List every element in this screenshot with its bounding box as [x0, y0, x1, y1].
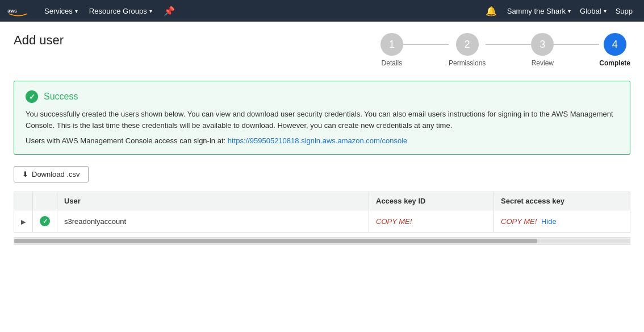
step-3-circle: 3	[531, 33, 554, 56]
user-name-value: s3readonlyaccount	[64, 217, 126, 226]
secret-key-value: COPY ME!	[501, 217, 537, 226]
pin-icon[interactable]: 📌	[158, 0, 181, 22]
row-user-cell: s3readonlyaccount	[57, 210, 369, 233]
col-expand-header	[14, 192, 33, 210]
services-chevron-icon: ▾	[75, 8, 78, 14]
console-signin-link[interactable]: https://959505210818.signin.aws.amazon.c…	[228, 136, 408, 145]
step-2: 2 Permissions	[449, 33, 486, 67]
step-2-label: Permissions	[449, 59, 486, 67]
row-expand-cell[interactable]: ▶	[14, 210, 33, 233]
main-content: Add user 1 Details 2 Permissions 3 Revie…	[0, 22, 644, 332]
page-header: Add user 1 Details 2 Permissions 3 Revie…	[14, 33, 630, 67]
user-menu[interactable]: Sammy the Shark ▾	[503, 7, 575, 15]
expand-icon[interactable]: ▶	[21, 218, 26, 225]
table-row: ▶ ✓ s3readonlyaccount COPY ME! COPY ME! …	[14, 210, 630, 233]
hide-secret-link[interactable]: Hide	[541, 217, 557, 226]
aws-logo[interactable]: aws	[7, 3, 30, 19]
download-icon: ⬇	[22, 170, 28, 179]
step-4: 4 Complete	[599, 33, 630, 67]
page-title: Add user	[14, 33, 64, 48]
success-link-row: Users with AWS Management Console access…	[26, 136, 618, 145]
user-name: Sammy the Shark	[507, 7, 566, 15]
success-title: Success	[44, 92, 78, 102]
col-secret-header: Secret access key	[494, 192, 630, 210]
stepper: 1 Details 2 Permissions 3 Review 4 Compl…	[380, 33, 630, 67]
horizontal-scrollbar[interactable]	[14, 237, 630, 245]
success-body: You successfully created the users shown…	[26, 109, 618, 131]
region-menu[interactable]: Global ▾	[575, 7, 611, 15]
status-success-icon: ✓	[40, 216, 50, 226]
step-connector-1	[403, 44, 449, 45]
step-1-label: Details	[382, 59, 403, 67]
step-connector-3	[554, 44, 599, 45]
scrollbar-track	[14, 239, 630, 243]
navbar: aws Services ▾ Resource Groups ▾ 📌 🔔 Sam…	[0, 0, 644, 22]
success-icon: ✓	[26, 90, 38, 103]
services-menu[interactable]: Services ▾	[39, 0, 83, 22]
resource-groups-label: Resource Groups	[89, 7, 147, 15]
resource-groups-menu[interactable]: Resource Groups ▾	[83, 0, 158, 22]
step-4-circle: 4	[604, 33, 626, 56]
scrollbar-thumb[interactable]	[14, 239, 537, 243]
success-box: ✓ Success You successfully created the u…	[14, 81, 630, 155]
user-table: User Access key ID Secret access key ▶ ✓…	[14, 192, 630, 233]
step-connector-2	[486, 44, 531, 45]
services-label: Services	[44, 7, 73, 15]
table-body: ▶ ✓ s3readonlyaccount COPY ME! COPY ME! …	[14, 210, 630, 233]
region-label: Global	[580, 7, 601, 15]
region-chevron-icon: ▾	[604, 8, 607, 14]
step-1: 1 Details	[380, 33, 403, 67]
svg-text:aws: aws	[7, 8, 17, 14]
table-header: User Access key ID Secret access key	[14, 192, 630, 210]
step-1-circle: 1	[380, 33, 403, 56]
success-header: ✓ Success	[26, 90, 618, 103]
success-link-prefix: Users with AWS Management Console access…	[26, 136, 228, 145]
user-chevron-icon: ▾	[568, 8, 571, 14]
download-csv-label: Download .csv	[32, 170, 80, 179]
row-access-cell: COPY ME!	[369, 210, 494, 233]
resource-groups-chevron-icon: ▾	[149, 8, 152, 14]
col-user-header: User	[57, 192, 369, 210]
download-csv-button[interactable]: ⬇ Download .csv	[14, 166, 89, 182]
step-3-label: Review	[532, 59, 554, 67]
support-label: Supp	[616, 7, 633, 15]
row-secret-cell: COPY ME! Hide	[494, 210, 630, 233]
step-2-circle: 2	[456, 33, 479, 56]
col-access-header: Access key ID	[369, 192, 494, 210]
step-4-label: Complete	[599, 59, 630, 67]
scrollbar-inner	[14, 238, 630, 244]
row-status-cell: ✓	[33, 210, 57, 233]
access-key-value: COPY ME!	[376, 217, 412, 226]
step-3: 3 Review	[531, 33, 554, 67]
support-menu[interactable]: Supp	[611, 7, 637, 15]
col-status-header	[33, 192, 57, 210]
bell-icon[interactable]: 🔔	[480, 6, 503, 16]
